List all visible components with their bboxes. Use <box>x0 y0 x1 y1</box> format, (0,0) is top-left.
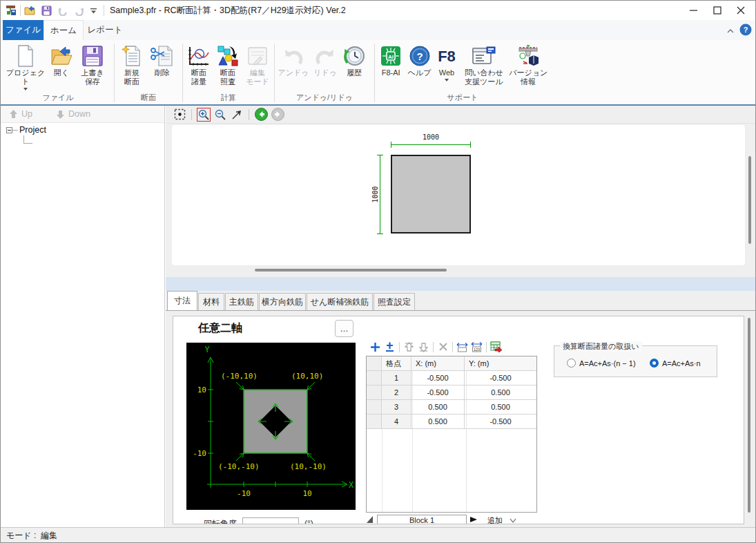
block-prev-button[interactable] <box>366 515 374 524</box>
toolbar-separator <box>433 342 434 352</box>
inquiry-tool-button[interactable]: 問い合わせ 支援ツール <box>460 41 507 93</box>
canvas-vertical-scrollbar[interactable] <box>748 156 751 244</box>
cell-x[interactable]: -0.500 <box>411 385 465 400</box>
cell-y[interactable]: 0.500 <box>465 400 536 415</box>
view-back-button[interactable] <box>254 108 268 122</box>
radio-option-n-minus-1[interactable]: A=Ac+As·(n − 1) <box>567 359 636 368</box>
dimension-tick <box>377 155 383 155</box>
drawing-canvas-area: 1000 1000 <box>166 124 756 277</box>
tree-node-project[interactable]: Project <box>19 125 46 135</box>
help-icon[interactable]: ? <box>739 23 752 39</box>
undo-quick-button[interactable] <box>55 3 70 18</box>
row-selector[interactable] <box>367 400 382 415</box>
version-info-icon <box>516 44 540 68</box>
drawing-canvas[interactable]: 1000 1000 <box>172 125 745 265</box>
inquiry-window-icon <box>472 44 496 68</box>
section-properties-button[interactable]: 断面 諸量 <box>184 41 213 93</box>
undo-button[interactable]: アンドゥ <box>276 41 311 93</box>
new-section-button[interactable]: 新規 断面 <box>116 41 148 93</box>
cell-y[interactable]: 0.500 <box>465 385 536 400</box>
ribbon-help-button[interactable]: ? ヘルプ <box>405 41 433 93</box>
cell-x[interactable]: -0.500 <box>411 371 465 385</box>
plot-xtick-neg10: -10 <box>237 489 251 498</box>
tab-materials[interactable]: 材料 <box>198 293 224 310</box>
dimension-line <box>391 144 471 145</box>
fit-column-width-numeric-button[interactable]: 123 <box>470 341 483 354</box>
project-label: プロジェクト <box>3 68 48 86</box>
delete-label: 削除 <box>155 68 170 77</box>
add-row-button[interactable] <box>369 341 382 354</box>
tab-shear-rebar[interactable]: せん断補強鉄筋 <box>307 293 373 310</box>
project-button[interactable]: プロジェクト <box>3 41 48 93</box>
more-options-button[interactable]: … <box>335 320 353 337</box>
redo-button[interactable]: リドゥ <box>311 41 340 93</box>
move-row-up-button[interactable] <box>403 341 416 354</box>
close-button[interactable] <box>729 1 753 19</box>
export-table-button[interactable] <box>490 341 503 354</box>
delete-row-button[interactable] <box>436 341 449 354</box>
tab-file[interactable]: ファイル <box>3 20 43 40</box>
insert-row-button[interactable] <box>383 341 396 354</box>
open-button[interactable]: 開く <box>48 41 75 93</box>
save-label-line2: 保存 <box>85 77 100 86</box>
block-tab[interactable]: Block 1 <box>377 515 467 525</box>
radio-option-n[interactable]: A=Ac+As·n <box>650 359 701 368</box>
version-info-button[interactable]: バージョン 情報 <box>507 41 549 93</box>
table-header-row: 格点 X: (m) Y: (m) <box>367 356 536 371</box>
section-check-button[interactable]: 断面 照査 <box>213 41 242 93</box>
ribbon-group-label: ファイル <box>3 93 113 104</box>
cell-x[interactable]: 0.500 <box>411 415 465 429</box>
save-button[interactable]: 上書き 保存 <box>75 41 110 93</box>
fit-column-width-button[interactable] <box>456 341 469 354</box>
move-down-button[interactable]: Down <box>56 109 90 119</box>
qat-customize-button[interactable] <box>88 3 98 18</box>
cell-x[interactable]: 0.500 <box>411 400 465 415</box>
section-plot[interactable]: 10 -10 -10 10 (-10,10) (10,10) (-10,-10)… <box>186 343 356 510</box>
pan-arrow-button[interactable] <box>230 108 244 122</box>
titlebar: Sample3.pfr - RC断面計算・3D配筋(R7／H29道示対応) Ve… <box>1 1 755 20</box>
tab-check-settings[interactable]: 照査設定 <box>374 293 415 310</box>
maximize-button[interactable] <box>706 1 729 19</box>
row-selector[interactable] <box>367 385 382 400</box>
canvas-horizontal-scrollbar[interactable] <box>255 269 447 272</box>
move-row-down-button[interactable] <box>417 341 430 354</box>
minimize-button[interactable] <box>682 1 706 19</box>
tab-dimensions[interactable]: 寸法 <box>167 291 197 310</box>
scrollbar-thumb[interactable] <box>748 318 750 513</box>
f8ai-button[interactable]: AI F8-AI <box>376 41 405 93</box>
panel-vertical-scrollbar[interactable] <box>748 316 751 521</box>
toolbar-separator <box>399 342 400 352</box>
tab-transverse-rebar[interactable]: 横方向鉄筋 <box>259 293 306 310</box>
toolbar-separator <box>452 342 453 352</box>
web-button[interactable]: F8 Web <box>434 41 460 93</box>
rotation-angle-input[interactable] <box>242 517 299 524</box>
statusbar: モード : 編集 <box>1 527 755 543</box>
move-up-button[interactable]: Up <box>9 109 32 119</box>
options-group-title: 換算断面諸量の取扱い <box>560 341 642 352</box>
zoom-in-button[interactable] <box>197 108 211 122</box>
history-button[interactable]: 履歴 <box>340 41 369 93</box>
open-file-quick-button[interactable] <box>22 3 37 18</box>
edit-mode-button[interactable]: 編集 モード <box>242 41 273 93</box>
toolbar-separator <box>191 109 192 120</box>
tab-report[interactable]: レポート <box>84 20 126 40</box>
collapse-ribbon-icon[interactable] <box>726 26 735 38</box>
block-add-dropdown[interactable]: 追加 <box>487 515 516 525</box>
tab-home[interactable]: ホーム <box>43 20 84 40</box>
cell-y[interactable]: -0.500 <box>465 415 536 429</box>
tree-expand-icon[interactable] <box>6 127 12 133</box>
panel-splitter[interactable] <box>166 277 756 291</box>
block-add-label: 追加 <box>487 515 503 525</box>
zoom-fit-button[interactable] <box>173 108 186 122</box>
delete-section-button[interactable]: 削除 <box>148 41 177 93</box>
delete-scissors-icon <box>151 44 174 68</box>
block-next-button[interactable] <box>469 515 478 524</box>
cell-y[interactable]: -0.500 <box>465 371 536 385</box>
zoom-out-button[interactable] <box>213 108 227 122</box>
view-forward-button[interactable] <box>271 108 284 122</box>
row-selector[interactable] <box>367 415 382 429</box>
redo-quick-button[interactable] <box>72 3 87 18</box>
save-quick-button[interactable] <box>39 3 54 18</box>
tab-main-rebar[interactable]: 主鉄筋 <box>225 293 258 310</box>
row-selector[interactable] <box>367 371 382 385</box>
